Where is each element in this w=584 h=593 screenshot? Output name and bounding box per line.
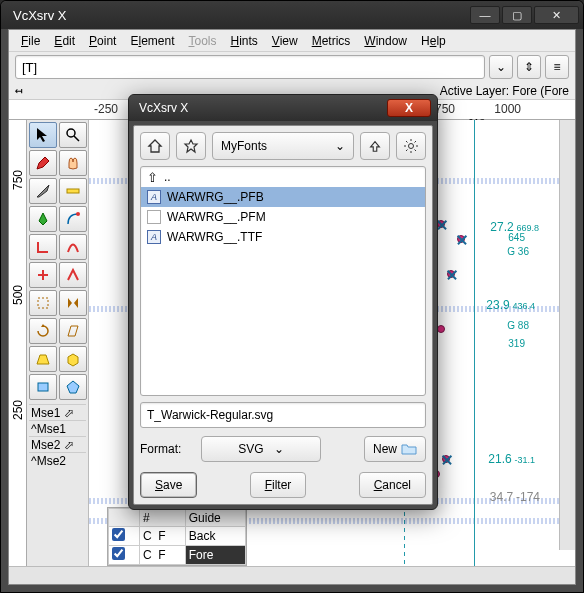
up-button[interactable] [360, 132, 390, 160]
outer-titlebar[interactable]: VcXsrv X — ▢ ✕ [1, 1, 583, 29]
format-combo[interactable]: SVG ⌄ [201, 436, 321, 462]
new-folder-button[interactable]: New [364, 436, 426, 462]
file-name: WARWRG__.PFB [167, 190, 264, 204]
svg-point-0 [67, 129, 75, 137]
home-button[interactable] [140, 132, 170, 160]
3d-tool[interactable] [59, 346, 87, 372]
svg-rect-4 [38, 298, 48, 308]
maximize-button[interactable]: ▢ [502, 6, 532, 24]
back-arrow-icon[interactable]: ↤ [15, 83, 23, 98]
svg-rect-5 [38, 383, 48, 391]
up-arrow-icon: ⇧ [147, 170, 158, 185]
chevron-down-icon: ⌄ [274, 442, 284, 456]
filter-button[interactable]: Filter [250, 472, 307, 498]
layer-row[interactable]: C FBack [109, 527, 246, 546]
parent-dir-label: .. [164, 170, 171, 184]
active-layer-label: Active Layer: Fore (Fore [440, 84, 569, 98]
menu-hints[interactable]: Hints [225, 32, 264, 50]
mouse-row: Mse1 ⬀ [29, 404, 86, 420]
file-row[interactable]: A WARWRG__.TTF [141, 227, 425, 247]
menubar: File Edit Point Element Tools Hints View… [9, 30, 575, 52]
poly-tool[interactable] [59, 374, 87, 400]
ruler-tick: -250 [94, 102, 118, 116]
menu-window[interactable]: Window [358, 32, 413, 50]
menu-help[interactable]: Help [415, 32, 452, 50]
parent-dir-row[interactable]: ⇧ .. [141, 167, 425, 187]
draw-tool[interactable] [29, 150, 57, 176]
save-dialog: VcXsrv X X MyFonts ⌄ ⇧ .. A WARWRG__.PFB [128, 94, 438, 510]
settings-button[interactable] [396, 132, 426, 160]
v-scrollbar[interactable] [559, 120, 575, 550]
file-name: WARWRG__.PFM [167, 210, 266, 224]
curve-tool[interactable] [59, 234, 87, 260]
filename-input[interactable] [140, 402, 426, 428]
minimize-button[interactable]: — [470, 6, 500, 24]
layer-visible-checkbox[interactable] [112, 547, 125, 560]
hand-tool[interactable] [59, 150, 87, 176]
bookmark-button[interactable] [176, 132, 206, 160]
mouse-row: ^Mse1 [29, 420, 86, 436]
pointer-tool[interactable] [29, 122, 57, 148]
chevron-down-icon: ⌄ [335, 139, 345, 153]
menu-file[interactable]: File [15, 32, 46, 50]
v-ruler[interactable]: 750 500 250 [9, 120, 27, 566]
layer-row[interactable]: C FFore [109, 546, 246, 565]
spiro-tool[interactable] [59, 206, 87, 232]
file-name: WARWRG__.TTF [167, 230, 262, 244]
svg-rect-2 [67, 189, 79, 193]
dropdown-button[interactable]: ⌄ [489, 55, 513, 79]
scale-tool[interactable] [29, 290, 57, 316]
mouse-row: Mse2 ⬀ [29, 436, 86, 452]
save-button[interactable]: Save [140, 472, 197, 498]
glyph-input[interactable] [15, 55, 485, 79]
menu-metrics[interactable]: Metrics [306, 32, 357, 50]
dialog-titlebar[interactable]: VcXsrv X X [129, 95, 437, 121]
dialog-close-button[interactable]: X [387, 99, 431, 117]
format-label: Format: [140, 442, 195, 456]
file-row[interactable]: A WARWRG__.PFM [141, 207, 425, 227]
svg-line-1 [74, 136, 79, 141]
menu-point[interactable]: Point [83, 32, 122, 50]
collapse-button[interactable]: ≡ [545, 55, 569, 79]
layer-visible-checkbox[interactable] [112, 528, 125, 541]
location-combo[interactable]: MyFonts ⌄ [212, 132, 354, 160]
font-file-icon: A [147, 230, 161, 244]
svg-point-6 [409, 144, 414, 149]
vruler-tick: 750 [11, 170, 25, 190]
ruler-tool[interactable] [59, 178, 87, 204]
toolbox: Mse1 ⬀ ^Mse1 Mse2 ⬀ ^Mse2 [27, 120, 89, 566]
skew-tool[interactable] [59, 318, 87, 344]
file-list[interactable]: ⇧ .. A WARWRG__.PFB A WARWRG__.PFM A WAR… [140, 166, 426, 396]
pen-tool[interactable] [29, 206, 57, 232]
vruler-tick: 500 [11, 285, 25, 305]
tangent-tool[interactable] [59, 262, 87, 288]
format-value: SVG [238, 442, 263, 456]
dialog-title: VcXsrv X [135, 101, 387, 115]
file-row[interactable]: A WARWRG__.PFB [141, 187, 425, 207]
close-button[interactable]: ✕ [534, 6, 579, 24]
svg-point-3 [76, 212, 80, 216]
rotate-tool[interactable] [29, 318, 57, 344]
menu-tools: Tools [182, 32, 222, 50]
magnify-tool[interactable] [59, 122, 87, 148]
layers-panel[interactable]: #Guide C FBack C FFore [107, 507, 247, 566]
file-icon: A [147, 210, 161, 224]
folder-icon [401, 443, 417, 455]
menu-view[interactable]: View [266, 32, 304, 50]
cancel-button[interactable]: Cancel [359, 472, 426, 498]
mouse-row: ^Mse2 [29, 452, 86, 468]
perspective-tool[interactable] [29, 346, 57, 372]
flip-tool[interactable] [59, 290, 87, 316]
hvcurve-tool[interactable] [29, 262, 57, 288]
rect-tool[interactable] [29, 374, 57, 400]
location-value: MyFonts [221, 139, 267, 153]
menu-element[interactable]: Element [124, 32, 180, 50]
knife-tool[interactable] [29, 178, 57, 204]
menu-edit[interactable]: Edit [48, 32, 81, 50]
window-title: VcXsrv X [5, 8, 470, 23]
font-file-icon: A [147, 190, 161, 204]
corner-tool[interactable] [29, 234, 57, 260]
vruler-tick: 250 [11, 400, 25, 420]
statusbar [9, 566, 575, 584]
updown-button[interactable]: ⇕ [517, 55, 541, 79]
